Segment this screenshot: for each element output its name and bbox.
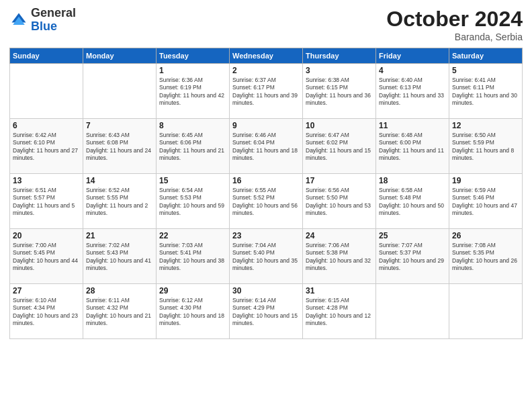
calendar-cell: 30 Sunrise: 6:14 AMSunset: 4:29 PMDaylig… xyxy=(230,284,303,339)
header-saturday: Saturday xyxy=(449,48,523,64)
day-number: 11 xyxy=(379,121,446,130)
day-info: Sunrise: 6:59 AMSunset: 5:46 PMDaylight:… xyxy=(452,187,519,218)
day-number: 21 xyxy=(86,231,153,240)
day-number: 22 xyxy=(159,231,226,240)
calendar-cell: 13 Sunrise: 6:51 AMSunset: 5:57 PMDaylig… xyxy=(10,174,83,229)
calendar-header-row: Sunday Monday Tuesday Wednesday Thursday… xyxy=(10,48,523,64)
day-info: Sunrise: 6:51 AMSunset: 5:57 PMDaylight:… xyxy=(13,187,80,218)
calendar-cell: 15 Sunrise: 6:54 AMSunset: 5:53 PMDaylig… xyxy=(157,174,230,229)
calendar-week-row: 20 Sunrise: 7:00 AMSunset: 5:45 PMDaylig… xyxy=(10,229,523,284)
day-info: Sunrise: 7:04 AMSunset: 5:40 PMDaylight:… xyxy=(232,242,300,273)
calendar-week-row: 13 Sunrise: 6:51 AMSunset: 5:57 PMDaylig… xyxy=(10,174,523,229)
day-info: Sunrise: 6:54 AMSunset: 5:53 PMDaylight:… xyxy=(159,187,226,218)
day-number: 9 xyxy=(232,121,300,130)
day-number: 19 xyxy=(452,176,519,185)
calendar-cell: 29 Sunrise: 6:12 AMSunset: 4:30 PMDaylig… xyxy=(157,284,230,339)
calendar-cell: 22 Sunrise: 7:03 AMSunset: 5:41 PMDaylig… xyxy=(157,229,230,284)
calendar-page: General Blue October 2024 Baranda, Serbi… xyxy=(0,0,532,411)
header-wednesday: Wednesday xyxy=(230,48,303,64)
calendar-cell xyxy=(10,64,83,119)
day-number: 17 xyxy=(306,176,373,185)
day-info: Sunrise: 6:56 AMSunset: 5:50 PMDaylight:… xyxy=(306,187,373,218)
title-block: October 2024 Baranda, Serbia xyxy=(386,7,523,42)
day-info: Sunrise: 6:15 AMSunset: 4:28 PMDaylight:… xyxy=(306,297,373,328)
day-info: Sunrise: 6:45 AMSunset: 6:06 PMDaylight:… xyxy=(159,132,226,163)
day-info: Sunrise: 6:11 AMSunset: 4:32 PMDaylight:… xyxy=(86,297,153,328)
calendar-cell: 5 Sunrise: 6:41 AMSunset: 6:11 PMDayligh… xyxy=(449,64,523,119)
day-info: Sunrise: 6:10 AMSunset: 4:34 PMDaylight:… xyxy=(13,297,80,328)
calendar-cell: 6 Sunrise: 6:42 AMSunset: 6:10 PMDayligh… xyxy=(10,119,83,174)
month-title: October 2024 xyxy=(386,7,523,32)
day-info: Sunrise: 7:00 AMSunset: 5:45 PMDaylight:… xyxy=(13,242,80,273)
header-friday: Friday xyxy=(376,48,449,64)
day-number: 2 xyxy=(232,66,300,75)
header-thursday: Thursday xyxy=(303,48,376,64)
calendar-cell: 26 Sunrise: 7:08 AMSunset: 5:35 PMDaylig… xyxy=(449,229,523,284)
day-number: 15 xyxy=(159,176,226,185)
day-number: 27 xyxy=(13,286,80,295)
calendar-week-row: 27 Sunrise: 6:10 AMSunset: 4:34 PMDaylig… xyxy=(10,284,523,339)
day-number: 18 xyxy=(379,176,446,185)
day-number: 30 xyxy=(232,286,300,295)
calendar-table: Sunday Monday Tuesday Wednesday Thursday… xyxy=(9,48,523,339)
day-number: 6 xyxy=(13,121,80,130)
calendar-cell: 1 Sunrise: 6:36 AMSunset: 6:19 PMDayligh… xyxy=(157,64,230,119)
day-info: Sunrise: 7:02 AMSunset: 5:43 PMDaylight:… xyxy=(86,242,153,273)
calendar-cell: 7 Sunrise: 6:43 AMSunset: 6:08 PMDayligh… xyxy=(83,119,157,174)
calendar-cell xyxy=(83,64,157,119)
calendar-cell: 10 Sunrise: 6:47 AMSunset: 6:02 PMDaylig… xyxy=(303,119,376,174)
calendar-cell: 3 Sunrise: 6:38 AMSunset: 6:15 PMDayligh… xyxy=(303,64,376,119)
calendar-cell: 14 Sunrise: 6:52 AMSunset: 5:55 PMDaylig… xyxy=(83,174,157,229)
day-info: Sunrise: 6:50 AMSunset: 5:59 PMDaylight:… xyxy=(452,132,519,163)
calendar-cell: 27 Sunrise: 6:10 AMSunset: 4:34 PMDaylig… xyxy=(10,284,83,339)
day-info: Sunrise: 6:40 AMSunset: 6:13 PMDaylight:… xyxy=(379,77,446,107)
day-info: Sunrise: 6:55 AMSunset: 5:52 PMDaylight:… xyxy=(232,187,300,218)
calendar-cell: 2 Sunrise: 6:37 AMSunset: 6:17 PMDayligh… xyxy=(230,64,303,119)
calendar-cell: 19 Sunrise: 6:59 AMSunset: 5:46 PMDaylig… xyxy=(449,174,523,229)
logo-text: General Blue xyxy=(31,7,76,34)
calendar-cell: 31 Sunrise: 6:15 AMSunset: 4:28 PMDaylig… xyxy=(303,284,376,339)
header-tuesday: Tuesday xyxy=(157,48,230,64)
calendar-cell: 4 Sunrise: 6:40 AMSunset: 6:13 PMDayligh… xyxy=(376,64,449,119)
logo-icon xyxy=(9,11,28,30)
day-number: 8 xyxy=(159,121,226,130)
day-number: 10 xyxy=(306,121,373,130)
calendar-cell: 24 Sunrise: 7:06 AMSunset: 5:38 PMDaylig… xyxy=(303,229,376,284)
day-number: 12 xyxy=(452,121,519,130)
day-info: Sunrise: 7:07 AMSunset: 5:37 PMDaylight:… xyxy=(379,242,446,273)
day-info: Sunrise: 6:42 AMSunset: 6:10 PMDaylight:… xyxy=(13,132,80,163)
day-info: Sunrise: 6:43 AMSunset: 6:08 PMDaylight:… xyxy=(86,132,153,163)
calendar-cell: 20 Sunrise: 7:00 AMSunset: 5:45 PMDaylig… xyxy=(10,229,83,284)
header-monday: Monday xyxy=(83,48,157,64)
day-number: 3 xyxy=(306,66,373,75)
calendar-cell: 18 Sunrise: 6:58 AMSunset: 5:48 PMDaylig… xyxy=(376,174,449,229)
day-info: Sunrise: 6:12 AMSunset: 4:30 PMDaylight:… xyxy=(159,297,226,328)
calendar-cell: 25 Sunrise: 7:07 AMSunset: 5:37 PMDaylig… xyxy=(376,229,449,284)
calendar-week-row: 6 Sunrise: 6:42 AMSunset: 6:10 PMDayligh… xyxy=(10,119,523,174)
calendar-cell: 16 Sunrise: 6:55 AMSunset: 5:52 PMDaylig… xyxy=(230,174,303,229)
day-info: Sunrise: 6:47 AMSunset: 6:02 PMDaylight:… xyxy=(306,132,373,163)
day-number: 23 xyxy=(232,231,300,240)
header: General Blue October 2024 Baranda, Serbi… xyxy=(9,7,523,42)
calendar-cell: 11 Sunrise: 6:48 AMSunset: 6:00 PMDaylig… xyxy=(376,119,449,174)
calendar-cell: 21 Sunrise: 7:02 AMSunset: 5:43 PMDaylig… xyxy=(83,229,157,284)
calendar-cell xyxy=(376,284,449,339)
calendar-cell: 28 Sunrise: 6:11 AMSunset: 4:32 PMDaylig… xyxy=(83,284,157,339)
day-info: Sunrise: 6:38 AMSunset: 6:15 PMDaylight:… xyxy=(306,77,373,107)
location-subtitle: Baranda, Serbia xyxy=(386,32,523,42)
day-info: Sunrise: 6:14 AMSunset: 4:29 PMDaylight:… xyxy=(232,297,300,328)
day-number: 24 xyxy=(306,231,373,240)
day-number: 29 xyxy=(159,286,226,295)
day-number: 25 xyxy=(379,231,446,240)
calendar-cell: 17 Sunrise: 6:56 AMSunset: 5:50 PMDaylig… xyxy=(303,174,376,229)
calendar-cell xyxy=(449,284,523,339)
day-info: Sunrise: 6:52 AMSunset: 5:55 PMDaylight:… xyxy=(86,187,153,218)
day-info: Sunrise: 6:37 AMSunset: 6:17 PMDaylight:… xyxy=(232,77,300,107)
calendar-week-row: 1 Sunrise: 6:36 AMSunset: 6:19 PMDayligh… xyxy=(10,64,523,119)
day-info: Sunrise: 6:36 AMSunset: 6:19 PMDaylight:… xyxy=(159,77,226,107)
logo: General Blue xyxy=(9,7,76,34)
header-sunday: Sunday xyxy=(10,48,83,64)
day-number: 1 xyxy=(159,66,226,75)
day-info: Sunrise: 7:03 AMSunset: 5:41 PMDaylight:… xyxy=(159,242,226,273)
calendar-cell: 23 Sunrise: 7:04 AMSunset: 5:40 PMDaylig… xyxy=(230,229,303,284)
